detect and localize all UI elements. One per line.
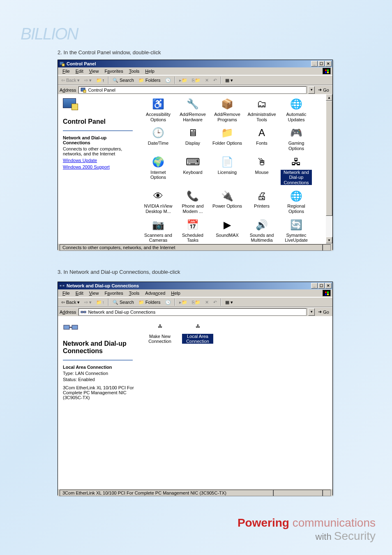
control-panel-window: Control Panel _ ☐ ✕ File Edit View Favor… [58, 60, 333, 250]
vertical-scrollbar[interactable]: ▲ ▼ [326, 94, 332, 243]
icon-view[interactable]: ♿Accessibility Options🔧Add/Remove Hardwa… [139, 94, 326, 243]
item-add-remove-hardware[interactable]: 🔧Add/Remove Hardware [177, 97, 208, 122]
search-button[interactable]: 🔍 Search [111, 77, 136, 83]
menu-view[interactable]: View [86, 290, 102, 296]
folders-button[interactable]: 📁 Folders [137, 299, 162, 305]
delete-button[interactable]: ✕ [203, 77, 210, 83]
menu-view[interactable]: View [86, 68, 102, 74]
maximize-button[interactable]: ☐ [318, 283, 325, 289]
menu-favorites[interactable]: Favorites [101, 68, 126, 74]
statusbar: 3Com EtherLink XL 10/100 PCI For Complet… [58, 489, 332, 496]
item-date-time[interactable]: 🕒Date/Time [143, 126, 174, 151]
item-label: Administrative Tools [246, 112, 277, 122]
back-button[interactable]: ⇦ Back ▾ [60, 299, 81, 305]
history-button[interactable]: 🕓 [164, 299, 173, 305]
item-regional-options[interactable]: 🌐Regional Options [281, 189, 312, 214]
undo-button[interactable]: ↶ [212, 299, 219, 305]
forward-button[interactable]: ⇨ ▾ [83, 299, 93, 305]
item-automatic-updates[interactable]: 🌐Automatic Updates [281, 97, 312, 122]
windows-update-link[interactable]: Windows Update [63, 158, 134, 163]
item-administrative-tools[interactable]: 🗂Administrative Tools [246, 97, 277, 122]
moveto-button[interactable]: ▸📁 [178, 77, 189, 83]
address-dropdown-button[interactable]: ▼ [308, 86, 315, 94]
views-button[interactable]: ▦▾ [224, 77, 235, 83]
address-field[interactable]: Network and Dial-up Connections [78, 308, 307, 316]
menu-edit[interactable]: Edit [73, 290, 86, 296]
menu-advanced[interactable]: Advanced [142, 290, 168, 296]
copyto-button[interactable]: ⎘📁 [190, 77, 202, 83]
delete-button[interactable]: ✕ [203, 299, 210, 305]
item-icon: 🗂 [255, 97, 268, 111]
item-sounds-and-multimedia[interactable]: 🔊Sounds and Multimedia [246, 218, 277, 243]
item-licensing[interactable]: 📄Licensing [212, 155, 243, 185]
menu-help[interactable]: Help [168, 290, 183, 296]
icon-view[interactable]: 🖧Make New Connection🖧Local Area Connecti… [139, 316, 332, 489]
item-symantec-liveupdate[interactable]: 🔄Symantec LiveUpdate [281, 218, 312, 243]
windows-logo-icon[interactable] [323, 68, 331, 74]
toolbar-separator [108, 298, 109, 306]
item-internet-options[interactable]: 🌍Internet Options [143, 155, 174, 185]
item-folder-options[interactable]: 📁Folder Options [212, 126, 243, 151]
search-button[interactable]: 🔍 Search [111, 299, 136, 305]
copyto-button[interactable]: ⎘📁 [190, 299, 202, 305]
menu-favorites[interactable]: Favorites [101, 290, 126, 296]
address-dropdown-button[interactable]: ▼ [308, 308, 315, 316]
item-nvidia-nview-desktop-m[interactable]: 👁NVIDIA nView Desktop M... [143, 189, 174, 214]
menu-tools[interactable]: Tools [126, 68, 143, 74]
item-power-options[interactable]: 🔌Power Options [212, 189, 243, 214]
item-add-remove-programs[interactable]: 📦Add/Remove Programs [212, 97, 243, 122]
titlebar[interactable]: Network and Dial-up Connections _ ☐ ✕ [58, 282, 332, 289]
item-display[interactable]: 🖥Display [177, 126, 208, 151]
up-button[interactable]: 📁↑ [95, 77, 106, 83]
info-pane: Network and Dial-up Connections Local Ar… [58, 316, 139, 489]
item-soundmax[interactable]: ▶SoundMAX [212, 218, 243, 243]
history-button[interactable]: 🕓 [164, 77, 173, 83]
scroll-down-button[interactable]: ▼ [326, 237, 332, 243]
item-printers[interactable]: 🖨Printers [246, 189, 277, 214]
back-button[interactable]: ⇦ Back ▾ [60, 77, 81, 83]
up-button[interactable]: 📁↑ [95, 299, 106, 305]
views-button[interactable]: ▦▾ [224, 299, 235, 305]
windows-2000-support-link[interactable]: Windows 2000 Support [63, 164, 134, 169]
item-gaming-options[interactable]: 🎮Gaming Options [281, 126, 312, 151]
item-mouse[interactable]: 🖱Mouse [246, 155, 277, 185]
item-fonts[interactable]: AFonts [246, 126, 277, 151]
address-text: Network and Dial-up Connections [88, 310, 155, 314]
close-button[interactable]: ✕ [325, 283, 332, 289]
item-scanners-and-cameras[interactable]: 📷Scanners and Cameras [143, 218, 174, 243]
item-accessibility-options[interactable]: ♿Accessibility Options [143, 97, 174, 122]
scroll-track[interactable] [326, 216, 332, 237]
item-phone-and-modem[interactable]: 📞Phone and Modem ... [177, 189, 208, 214]
scroll-up-button[interactable]: ▲ [326, 94, 332, 101]
search-icon: 🔍 [113, 78, 118, 83]
item-icon: 🔊 [255, 218, 268, 231]
maximize-button[interactable]: ☐ [318, 61, 325, 67]
item-label: Local Area Connection [182, 334, 213, 344]
menu-edit[interactable]: Edit [73, 68, 86, 74]
titlebar[interactable]: Control Panel _ ☐ ✕ [58, 60, 332, 67]
item-local-area-connection[interactable]: 🖧Local Area Connection [182, 319, 213, 344]
item-make-new-connection[interactable]: 🖧Make New Connection [144, 319, 175, 344]
item-scheduled-tasks[interactable]: 📅Scheduled Tasks [177, 218, 208, 243]
moveto-button[interactable]: ▸📁 [178, 299, 189, 305]
views-icon: ▦ [225, 300, 229, 305]
go-button[interactable]: ➜Go [316, 87, 331, 92]
item-network-and-dial-up-connections[interactable]: 🖧Network and Dial-up Connections [281, 155, 312, 185]
folders-button[interactable]: 📁 Folders [137, 77, 162, 83]
scroll-thumb[interactable] [326, 101, 332, 216]
menu-help[interactable]: Help [142, 68, 157, 74]
go-button[interactable]: ➜Go [316, 309, 331, 314]
moveto-icon: ▸📁 [179, 300, 187, 305]
windows-logo-icon[interactable] [323, 290, 331, 296]
undo-button[interactable]: ↶ [212, 77, 219, 83]
close-button[interactable]: ✕ [325, 61, 332, 67]
forward-button[interactable]: ⇨ ▾ [83, 77, 93, 83]
minimize-button[interactable]: _ [311, 283, 318, 289]
address-field[interactable]: Control Panel [78, 86, 307, 94]
minimize-button[interactable]: _ [311, 61, 318, 67]
menu-tools[interactable]: Tools [126, 290, 143, 296]
item-icon: 📷 [152, 218, 165, 231]
menu-file[interactable]: File [60, 290, 73, 296]
item-keyboard[interactable]: ⌨Keyboard [177, 155, 208, 185]
menu-file[interactable]: File [60, 68, 73, 74]
